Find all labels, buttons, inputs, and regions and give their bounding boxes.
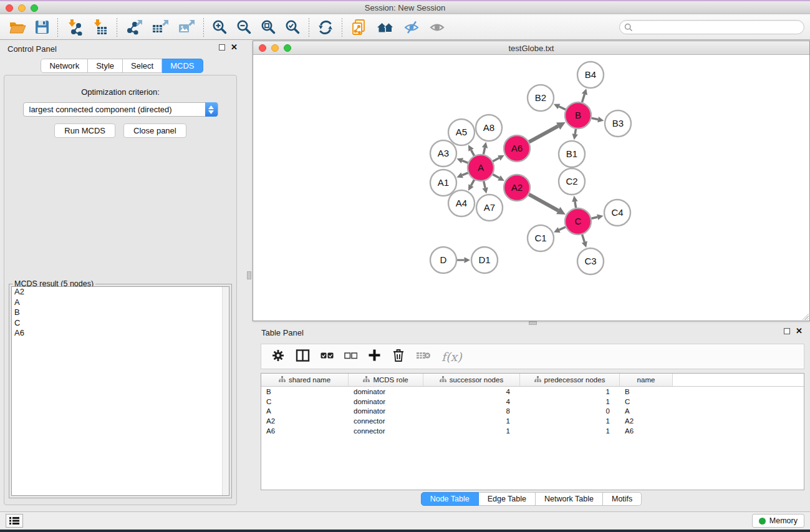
tab-style[interactable]: Style <box>88 59 123 73</box>
open-recent-session-icon[interactable] <box>346 17 372 37</box>
search-field[interactable] <box>619 20 804 34</box>
tab-network[interactable]: Network <box>41 59 88 73</box>
graph-edge[interactable] <box>484 181 485 188</box>
graph-edge[interactable] <box>559 107 566 110</box>
criterion-select[interactable]: largest connected component (directed) <box>23 102 218 117</box>
graph-node-B[interactable]: B <box>565 102 591 128</box>
memory-button[interactable]: Memory <box>752 514 804 528</box>
task-history-button[interactable] <box>6 514 23 528</box>
function-builder-icon[interactable]: f(x) <box>441 350 462 364</box>
graph-node-C3[interactable]: C3 <box>577 248 604 274</box>
graph-edge[interactable] <box>559 227 566 230</box>
column-header-name[interactable]: name <box>620 374 673 386</box>
graph-edge[interactable] <box>471 150 475 156</box>
graph-node-B4[interactable]: B4 <box>577 62 604 88</box>
column-header-predecessor-nodes[interactable]: predecessor nodes <box>520 374 620 386</box>
import-table-icon[interactable] <box>87 17 113 37</box>
zoom-in-icon[interactable] <box>208 17 232 37</box>
delete-table-icon[interactable] <box>416 351 431 363</box>
graph-node-A5[interactable]: A5 <box>448 119 475 145</box>
add-icon[interactable] <box>368 349 381 364</box>
graph-node-D[interactable]: D <box>430 247 456 273</box>
save-session-icon[interactable] <box>31 17 54 37</box>
mcds-result-item[interactable]: B <box>12 307 229 318</box>
reset-view-home-icon[interactable] <box>372 17 399 37</box>
search-input[interactable] <box>633 22 804 33</box>
graph-edge[interactable] <box>575 201 576 208</box>
graph-node-A4[interactable]: A4 <box>448 190 475 216</box>
zoom-selected-icon[interactable] <box>281 17 305 37</box>
graph-node-B3[interactable]: B3 <box>605 110 631 137</box>
import-network-icon[interactable] <box>62 17 87 37</box>
graph-edge[interactable] <box>591 217 597 218</box>
float-table-panel-icon[interactable] <box>784 328 790 334</box>
tab-node-table[interactable]: Node Table <box>421 492 479 506</box>
show-panel-eye-icon[interactable] <box>425 17 450 37</box>
mcds-list-scrollbar[interactable] <box>222 287 229 495</box>
graph-node-B1[interactable]: B1 <box>559 141 585 167</box>
table-row[interactable]: Adominator80A <box>261 407 804 417</box>
mcds-result-item[interactable]: A <box>12 297 229 308</box>
graph-edge[interactable] <box>462 161 468 163</box>
network-window-titlebar[interactable]: testGlobe.txt <box>253 41 809 55</box>
export-table-icon[interactable] <box>147 17 173 37</box>
graph-edge[interactable] <box>582 94 584 102</box>
graph-node-C1[interactable]: C1 <box>528 225 554 251</box>
tab-motifs[interactable]: Motifs <box>603 492 642 506</box>
zoom-fit-icon[interactable] <box>256 17 281 37</box>
graph-node-A2[interactable]: A2 <box>504 175 530 201</box>
graph-node-A1[interactable]: A1 <box>430 170 456 196</box>
mcds-result-item[interactable]: A6 <box>12 328 229 339</box>
column-header-successor-nodes[interactable]: successor nodes <box>423 374 520 386</box>
graph-node-C[interactable]: C <box>565 208 591 235</box>
run-mcds-button[interactable]: Run MCDS <box>54 123 115 138</box>
export-image-icon[interactable] <box>173 17 200 37</box>
graph-edge[interactable] <box>462 173 468 175</box>
mcds-result-item[interactable]: A2 <box>12 287 229 297</box>
desktop-vertical-scrollbar[interactable] <box>247 271 251 279</box>
graph-node-A[interactable]: A <box>468 155 494 181</box>
graph-edge[interactable] <box>575 129 576 134</box>
graph-edge[interactable] <box>529 126 558 142</box>
graph-node-D1[interactable]: D1 <box>471 247 498 273</box>
graph-edge[interactable] <box>592 118 599 119</box>
graph-node-C4[interactable]: C4 <box>604 200 630 226</box>
tab-network-table[interactable]: Network Table <box>536 492 603 506</box>
close-panel-icon[interactable]: ✕ <box>231 44 238 51</box>
show-columns-icon[interactable] <box>296 349 310 365</box>
graph-node-A6[interactable]: A6 <box>504 135 530 162</box>
graph-edge[interactable] <box>471 180 475 185</box>
tab-select[interactable]: Select <box>123 59 162 73</box>
graph-node-C2[interactable]: C2 <box>559 168 585 195</box>
column-header-shared-name[interactable]: shared name <box>261 374 349 386</box>
column-header-MCDS-role[interactable]: MCDS role <box>349 374 423 386</box>
hide-panel-eye-slash-icon[interactable] <box>399 17 425 37</box>
mcds-result-item[interactable]: C <box>12 318 229 329</box>
graph-edge[interactable] <box>483 148 485 155</box>
graph-node-A7[interactable]: A7 <box>476 195 503 221</box>
graph-edge[interactable] <box>493 175 499 178</box>
table-row[interactable]: Cdominator41C <box>261 397 804 407</box>
table-row[interactable]: Bdominator41B <box>261 387 804 397</box>
table-row[interactable]: A2connector11A2 <box>261 416 804 426</box>
open-session-icon[interactable] <box>5 17 31 37</box>
window-resize-grip[interactable] <box>801 312 809 320</box>
graph-node-B2[interactable]: B2 <box>528 85 554 111</box>
refresh-icon[interactable] <box>313 17 338 37</box>
export-network-icon[interactable] <box>121 17 147 37</box>
unselect-all-icon[interactable] <box>344 351 357 362</box>
select-all-icon[interactable] <box>321 351 334 362</box>
float-panel-icon[interactable] <box>219 44 225 51</box>
graph-node-A8[interactable]: A8 <box>476 115 502 141</box>
settings-gear-icon[interactable] <box>271 349 285 365</box>
graph-edge[interactable] <box>529 195 558 211</box>
network-canvas[interactable]: B4B2BB3A8A5A6A3B1AC2A1A2A4A7C4CC1DD1C3 <box>253 55 809 321</box>
graph-edge[interactable] <box>493 158 499 161</box>
table-row[interactable]: A6connector11A6 <box>261 426 804 436</box>
tab-mcds[interactable]: MCDS <box>162 59 203 73</box>
graph-node-A3[interactable]: A3 <box>430 140 456 167</box>
close-panel-button[interactable]: Close panel <box>123 123 186 138</box>
tab-edge-table[interactable]: Edge Table <box>479 492 536 506</box>
close-table-panel-icon[interactable]: ✕ <box>796 328 803 334</box>
delete-trash-icon[interactable] <box>392 348 405 365</box>
